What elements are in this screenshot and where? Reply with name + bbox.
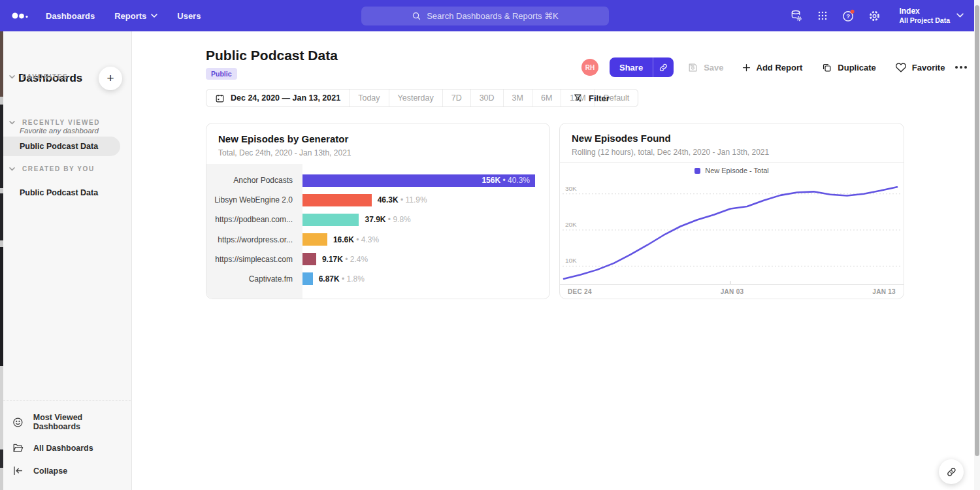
sidebar: Dashboards + FAVORITES Favorite any dash… (0, 31, 132, 490)
background-strip (0, 31, 3, 490)
app-logo-icon[interactable] (12, 10, 29, 21)
collapse-icon (12, 465, 24, 477)
chevron-down-icon (9, 121, 15, 125)
all-dashboards[interactable]: All Dashboards (0, 436, 131, 459)
bar-category-label: Anchor Podcasts (206, 171, 302, 190)
help-icon[interactable]: ? (841, 9, 855, 23)
x-axis: DEC 24 JAN 03 JAN 13 (560, 284, 904, 299)
bar-value-label: 6.87K • 1.8% (319, 274, 365, 284)
section-favorites[interactable]: FAVORITES (9, 73, 68, 80)
bar-row: 16.6K • 4.3% (302, 230, 535, 250)
nav-reports[interactable]: Reports (114, 11, 157, 21)
plus-icon (742, 63, 751, 73)
share-link-fab[interactable] (939, 459, 964, 484)
page-title: Public Podcast Data (206, 48, 338, 63)
bar[interactable] (302, 194, 372, 206)
chart-legend: New Episode - Total (560, 163, 904, 178)
x-tick-label: JAN 03 (721, 288, 744, 295)
bar[interactable] (302, 253, 316, 265)
bar-category-label: Libsyn WebEngine 2.0 (206, 190, 302, 210)
legend-swatch (694, 168, 700, 174)
x-tick-label: DEC 24 (568, 288, 592, 295)
preset-6m[interactable]: 6M (532, 90, 561, 106)
y-tick-label: 10K (565, 257, 577, 264)
bar[interactable] (302, 233, 327, 246)
bar[interactable] (302, 272, 313, 285)
x-tick-label: JAN 13 (872, 288, 896, 295)
bar-chart-subtitle: Total, Dec 24th, 2020 - Jan 13th, 2021 (218, 148, 538, 157)
add-dashboard-button[interactable]: + (99, 67, 122, 90)
nav-dashboards[interactable]: Dashboards (46, 11, 95, 21)
notification-dot (851, 10, 855, 14)
section-recently-viewed[interactable]: RECENTLY VIEWED (9, 119, 100, 126)
sidebar-item-public-podcast-data-2[interactable]: Public Podcast Data (3, 183, 120, 203)
chevron-down-icon (151, 14, 157, 18)
bar-category-label: https://podbean.com... (206, 210, 302, 229)
sidebar-footer: Most Viewed Dashboards All Dashboards Co… (0, 400, 131, 490)
svg-text:?: ? (847, 12, 851, 20)
project-switcher[interactable]: Index All Project Data (899, 7, 964, 25)
filter-button[interactable]: Filter (573, 89, 610, 107)
add-report-button[interactable]: Add Report (742, 63, 803, 73)
bar-value-label: 9.17K • 2.4% (322, 255, 368, 264)
bar-row: 9.17K • 2.4% (302, 250, 535, 269)
folder-icon (12, 442, 24, 454)
bar-value-label: 37.9K • 9.8% (365, 215, 410, 224)
search-placeholder: Search Dashboards & Reports ⌘K (427, 11, 559, 21)
chevron-down-icon (9, 167, 15, 171)
top-nav: Dashboards Reports Users Search Dashboar… (0, 0, 974, 31)
bar-value-label: 156K • 40.3% (482, 176, 530, 185)
page-scrollbar-thumb[interactable] (975, 5, 979, 456)
page-scrollbar-track (974, 0, 980, 490)
line-chart-title: New Episodes Found (572, 133, 892, 144)
bar-value-label: 46.3K • 11.9% (378, 195, 427, 204)
filter-funnel-icon (573, 93, 583, 103)
preset-30d[interactable]: 30D (470, 90, 503, 106)
legend-label: New Episode - Total (705, 167, 769, 174)
chevron-down-icon (956, 13, 964, 18)
sidebar-item-public-podcast-data[interactable]: Public Podcast Data (3, 137, 120, 156)
bar[interactable]: 156K • 40.3% (302, 174, 535, 187)
header-actions: RH Share Save Add Report Duplicate Favor… (581, 57, 967, 77)
public-badge: Public (206, 68, 237, 80)
y-tick-label: 30K (565, 185, 577, 192)
link-icon (946, 466, 957, 478)
section-created-by-you[interactable]: CREATED BY YOU (9, 165, 95, 172)
datasets-icon[interactable] (789, 9, 803, 23)
favorite-button[interactable]: Favorite (895, 61, 945, 73)
bar-chart-card: New Episodes by Generator Total, Dec 24t… (206, 123, 550, 299)
preset-yesterday[interactable]: Yesterday (389, 90, 442, 106)
date-range-picker[interactable]: Dec 24, 2020 — Jan 13, 2021 (206, 90, 349, 106)
line-plot: 10K20K30K (560, 178, 904, 284)
bar-chart-title: New Episodes by Generator (218, 133, 538, 144)
save-icon (687, 62, 698, 73)
settings-gear-icon[interactable] (868, 9, 881, 23)
most-viewed-dashboards[interactable]: Most Viewed Dashboards (0, 408, 131, 436)
nav-users[interactable]: Users (177, 11, 201, 21)
smiley-icon (12, 416, 24, 429)
favorites-empty-text: Favorite any dashboard (20, 127, 99, 135)
line-chart-card: New Episodes Found Rolling (12 hours), t… (559, 123, 904, 299)
collapse-sidebar[interactable]: Collapse (0, 459, 131, 482)
preset-today[interactable]: Today (349, 90, 388, 106)
bar-category-label: Captivate.fm (206, 269, 302, 289)
preset-7d[interactable]: 7D (442, 90, 470, 106)
bar[interactable] (302, 214, 359, 226)
apps-grid-icon[interactable] (815, 9, 829, 23)
share-button[interactable]: Share (610, 57, 674, 77)
save-button[interactable]: Save (687, 62, 723, 73)
line-chart-subtitle: Rolling (12 hours), total, Dec 24th, 202… (572, 148, 892, 157)
trend-line (564, 187, 897, 278)
duplicate-button[interactable]: Duplicate (821, 62, 876, 73)
search-icon (412, 11, 421, 21)
preset-3m[interactable]: 3M (503, 90, 532, 106)
share-link-icon[interactable] (653, 57, 674, 77)
bar-row: 6.87K • 1.8% (302, 269, 535, 289)
y-tick-label: 20K (565, 221, 577, 228)
project-subtitle: All Project Data (899, 16, 950, 25)
bar-row: 156K • 40.3% (302, 171, 535, 190)
more-options-button[interactable] (955, 66, 967, 69)
avatar[interactable]: RH (581, 59, 598, 76)
calendar-icon (215, 93, 225, 103)
search-input[interactable]: Search Dashboards & Reports ⌘K (361, 7, 609, 25)
